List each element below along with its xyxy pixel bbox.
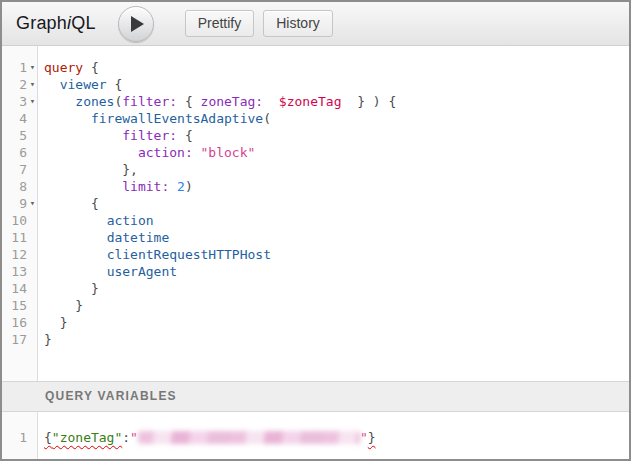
code-line[interactable]: viewer { — [44, 76, 625, 93]
token-property: viewer — [60, 77, 107, 92]
query-editor[interactable]: 1▾2▾3▾456789▾1011121314151617 query { vi… — [2, 46, 629, 381]
code-line[interactable]: } — [44, 297, 625, 314]
line-number: 7 — [2, 161, 27, 178]
token-ws — [44, 77, 60, 92]
prettify-button[interactable]: Prettify — [185, 10, 255, 37]
fold-gutter-spacer — [27, 110, 38, 127]
token-punct: : — [122, 430, 130, 445]
token-punct: } — [368, 430, 376, 445]
token-property: datetime — [107, 230, 170, 245]
line-number: 6 — [2, 144, 27, 161]
token-ws — [263, 94, 279, 109]
fold-arrow-icon[interactable]: ▾ — [27, 76, 38, 93]
fold-gutter-spacer — [27, 429, 38, 446]
token-ws — [44, 196, 91, 211]
play-icon — [131, 16, 144, 32]
token-ws — [44, 264, 107, 279]
token-key: "zoneTag" — [52, 430, 122, 445]
token-ws — [44, 111, 91, 126]
fold-gutter-spacer — [27, 144, 38, 161]
history-button[interactable]: History — [263, 10, 333, 37]
line-number: 5 — [2, 127, 27, 144]
variables-editor[interactable]: 1 {"zoneTag":""} — [2, 412, 629, 459]
line-number: 2 — [2, 76, 27, 93]
token-ws — [44, 281, 91, 296]
token-ws — [44, 315, 60, 330]
token-property: action — [107, 213, 154, 228]
code-line[interactable]: action: "block" — [44, 144, 625, 161]
token-punct: { — [91, 196, 99, 211]
code-line[interactable]: datetime — [44, 229, 625, 246]
line-number: 8 — [2, 178, 27, 195]
fold-gutter-spacer — [27, 297, 38, 314]
variables-code[interactable]: {"zoneTag":""} — [38, 412, 629, 459]
line-number: 11 — [2, 229, 27, 246]
token-punct: { — [177, 128, 193, 143]
code-line[interactable]: zones(filter: { zoneTag: $zoneTag } ) { — [44, 93, 625, 110]
code-line[interactable]: firewallEventsAdaptive( — [44, 110, 625, 127]
token-property: clientRequestHTTPHost — [107, 247, 271, 262]
token-ws — [44, 145, 138, 160]
token-punct: } — [75, 298, 83, 313]
line-number: 10 — [2, 212, 27, 229]
token-attribute: limit: — [122, 179, 169, 194]
line-number: 3 — [2, 93, 27, 110]
token-number: 2 — [177, 179, 185, 194]
code-line[interactable]: } — [44, 331, 625, 348]
logo-text-ql: QL — [71, 13, 95, 33]
fold-gutter-spacer — [27, 229, 38, 246]
code-line[interactable]: {"zoneTag":""} — [44, 429, 625, 446]
code-line[interactable]: }, — [44, 161, 625, 178]
token-ws — [193, 145, 201, 160]
code-line[interactable]: action — [44, 212, 625, 229]
fold-gutter-spacer — [27, 178, 38, 195]
token-punct: }, — [122, 162, 138, 177]
fold-arrow-icon[interactable]: ▾ — [27, 59, 38, 76]
token-punct: { — [83, 60, 99, 75]
token-ws — [44, 94, 75, 109]
token-attribute: action: — [138, 145, 193, 160]
code-line[interactable]: userAgent — [44, 263, 625, 280]
token-punct: { — [177, 94, 200, 109]
code-line[interactable]: clientRequestHTTPHost — [44, 246, 625, 263]
code-line[interactable]: limit: 2) — [44, 178, 625, 195]
fold-gutter-spacer — [27, 246, 38, 263]
token-property: zones — [75, 94, 114, 109]
execute-button[interactable] — [118, 6, 154, 42]
fold-gutter-spacer — [27, 314, 38, 331]
line-number: 13 — [2, 263, 27, 280]
query-code[interactable]: query { viewer { zones(filter: { zoneTag… — [38, 46, 629, 381]
token-ws — [44, 213, 107, 228]
fold-arrow-icon[interactable]: ▾ — [27, 195, 38, 212]
code-line[interactable]: } — [44, 314, 625, 331]
graphiql-logo: GraphiQL — [16, 13, 96, 34]
token-ws — [44, 162, 122, 177]
code-line[interactable]: { — [44, 195, 625, 212]
fold-gutter-spacer — [27, 263, 38, 280]
token-punct: { — [44, 430, 52, 445]
line-number: 14 — [2, 280, 27, 297]
token-property: userAgent — [107, 264, 177, 279]
token-attribute: filter: — [122, 128, 177, 143]
code-line[interactable]: filter: { — [44, 127, 625, 144]
token-string: " — [130, 430, 138, 445]
fold-arrow-icon[interactable]: ▾ — [27, 93, 38, 110]
token-keyword: query — [44, 60, 83, 75]
code-line[interactable]: } — [44, 280, 625, 297]
token-punct: { — [107, 77, 123, 92]
fold-gutter-spacer — [27, 280, 38, 297]
token-punct: ( — [263, 111, 271, 126]
redacted-value — [138, 431, 360, 444]
fold-gutter-spacer — [27, 127, 38, 144]
token-string: " — [360, 430, 368, 445]
line-number: 1 — [2, 59, 27, 76]
token-punct: } — [44, 332, 52, 347]
token-punct: ) — [185, 179, 193, 194]
line-number: 9 — [2, 195, 27, 212]
line-number: 16 — [2, 314, 27, 331]
code-line[interactable]: query { — [44, 59, 625, 76]
token-ws — [44, 179, 122, 194]
fold-gutter-spacer — [27, 212, 38, 229]
query-gutter: 1▾2▾3▾456789▾1011121314151617 — [2, 46, 38, 381]
variables-title[interactable]: QUERY VARIABLES — [2, 381, 629, 412]
